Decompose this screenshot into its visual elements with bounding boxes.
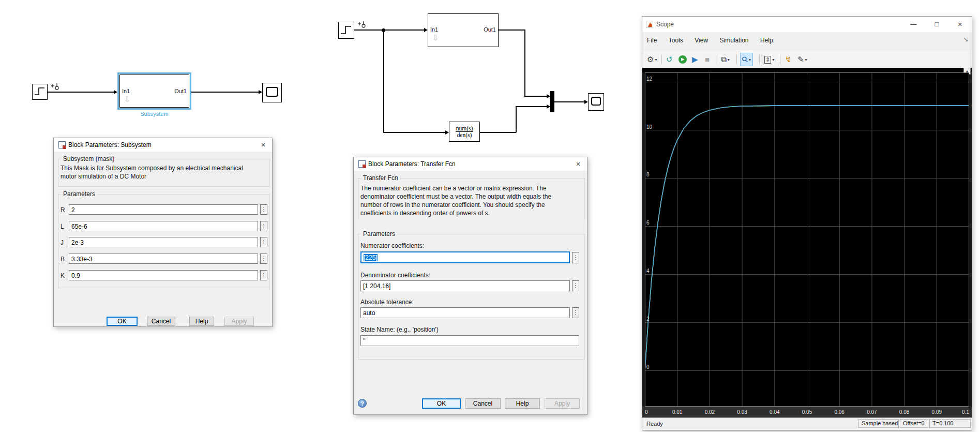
param-L-element-button[interactable]: ⋮ bbox=[260, 221, 267, 231]
wire-out1-right[interactable] bbox=[499, 29, 525, 31]
wire-branch-to-transferfcn[interactable] bbox=[383, 132, 445, 133]
maximize-icon[interactable]: □ bbox=[925, 17, 948, 32]
menu-overflow-icon[interactable]: ↘ bbox=[963, 36, 968, 43]
scope-window: Scope — □ × File Tools View Simulation H… bbox=[642, 16, 972, 430]
absolute-tolerance-input[interactable]: auto bbox=[360, 307, 570, 318]
step-forward-button[interactable]: ▶ bbox=[690, 53, 700, 66]
wire-subsystem-to-scope[interactable] bbox=[191, 92, 259, 93]
wire-branch-down[interactable] bbox=[383, 29, 384, 132]
cancel-button[interactable]: Cancel bbox=[465, 398, 501, 409]
param-input-L[interactable]: 65e-6 bbox=[69, 221, 258, 231]
param-input-R[interactable]: 2 bbox=[69, 204, 258, 215]
absolute-tolerance-element-button[interactable]: ⋮ bbox=[572, 307, 579, 318]
mask-description-line1: This Mask is for Subsystem composed by a… bbox=[61, 165, 243, 172]
numerator-label: Numerator coefficients: bbox=[360, 242, 424, 249]
scope-screen-icon bbox=[591, 97, 601, 106]
trigger-button[interactable]: ↯ bbox=[783, 53, 794, 66]
magnifier-icon: ⚲ bbox=[738, 53, 751, 66]
subsystem-mask-arrow-icon: ⇩ bbox=[124, 96, 131, 103]
help-icon[interactable]: ? bbox=[358, 399, 367, 408]
inport-label: In1 bbox=[430, 26, 438, 33]
scope-plot[interactable]: 024681012 bbox=[645, 72, 969, 407]
menu-file[interactable]: File bbox=[642, 32, 661, 44]
param-input-K[interactable]: 0.9 bbox=[69, 270, 258, 280]
tf-numerator-label: num(s) bbox=[456, 125, 473, 131]
wire-tf-right[interactable] bbox=[480, 132, 516, 133]
wire-out1-to-mux[interactable] bbox=[524, 96, 547, 97]
step-waveform-icon bbox=[339, 22, 353, 38]
state-name-input[interactable]: '' bbox=[360, 335, 579, 346]
y-tick-label: 4 bbox=[646, 268, 650, 274]
wire-mux-to-scope[interactable] bbox=[554, 101, 584, 102]
wire-tf-up[interactable] bbox=[516, 106, 517, 132]
close-icon[interactable]: × bbox=[257, 140, 270, 150]
x-tick-label: 0.08 bbox=[899, 409, 909, 415]
brush-icon: ✎ bbox=[797, 53, 804, 66]
apply-button[interactable]: Apply bbox=[545, 398, 580, 409]
settings-dropdown-button[interactable]: ⚙ ▾ bbox=[645, 53, 659, 66]
numerator-element-button[interactable]: ⋮ bbox=[572, 252, 579, 263]
close-icon[interactable]: × bbox=[948, 17, 972, 32]
scale-axes-dropdown-button[interactable]: ⇕ ▾ bbox=[762, 53, 776, 66]
transfer-fcn-section-title: Transfer Fcn bbox=[361, 174, 400, 182]
status-text: Ready bbox=[646, 421, 663, 427]
parameters-section-title: Parameters bbox=[361, 230, 397, 237]
run-icon: ▶ bbox=[679, 55, 687, 64]
scope-titlebar[interactable]: Scope — □ × bbox=[642, 17, 972, 32]
param-K-element-button[interactable]: ⋮ bbox=[260, 270, 267, 280]
denominator-input[interactable]: [1 204.16] bbox=[360, 280, 570, 291]
x-tick-label: 0.05 bbox=[802, 409, 812, 415]
minimize-icon[interactable]: — bbox=[902, 17, 925, 32]
help-button[interactable]: Help bbox=[505, 398, 540, 409]
close-icon[interactable]: × bbox=[571, 159, 585, 169]
scope-block[interactable] bbox=[262, 83, 282, 102]
mask-section: Subsystem (mask) This Mask is for Subsys… bbox=[58, 159, 270, 187]
transfer-fcn-block[interactable]: num(s) den(s) bbox=[449, 122, 480, 142]
menu-help[interactable]: Help bbox=[756, 32, 778, 44]
scope-toolbar: ⚙ ▾ ↺ ▶ ▶ ■ ⧉ ▾ ⚲ ▾ bbox=[642, 50, 972, 69]
desktop: In1 Out1 ⇩ Subsystem In1 Out1 ⇩ bbox=[0, 0, 980, 432]
y-tick-label: 0 bbox=[646, 364, 650, 370]
chevron-down-icon: ▾ bbox=[805, 57, 807, 62]
status-time: T=0.100 bbox=[929, 419, 971, 428]
param-input-J[interactable]: 2e-3 bbox=[69, 237, 258, 247]
x-tick-label: 0 bbox=[645, 409, 648, 415]
scope-block-2[interactable] bbox=[588, 93, 604, 111]
block-parameters-transferfcn-dialog: Block Parameters: Transfer Fcn × Transfe… bbox=[353, 157, 587, 415]
cancel-button[interactable]: Cancel bbox=[147, 317, 175, 326]
numerator-input[interactable]: [225] bbox=[360, 251, 570, 263]
x-tick-label: 0.1 bbox=[962, 409, 969, 415]
menu-view[interactable]: View bbox=[690, 32, 713, 44]
subsystem-name-label[interactable]: Subsystem bbox=[117, 111, 191, 117]
denominator-element-button[interactable]: ⋮ bbox=[572, 280, 579, 291]
param-J-element-button[interactable]: ⋮ bbox=[260, 237, 267, 247]
wire-out1-down[interactable] bbox=[524, 29, 525, 96]
run-button[interactable]: ▶ bbox=[676, 53, 689, 66]
help-button[interactable]: Help bbox=[189, 317, 214, 326]
step-block[interactable] bbox=[32, 84, 48, 100]
view-in-model-dropdown-button[interactable]: ⧉ ▾ bbox=[719, 53, 732, 66]
apply-button[interactable]: Apply bbox=[224, 317, 254, 326]
scope-plot-svg bbox=[645, 72, 969, 407]
measurements-dropdown-button[interactable]: ✎ ▾ bbox=[795, 53, 809, 66]
param-input-B[interactable]: 3.33e-3 bbox=[69, 254, 258, 264]
subsystem-block-2[interactable]: In1 Out1 ⇩ bbox=[428, 13, 499, 47]
param-R-element-button[interactable]: ⋮ bbox=[260, 204, 267, 215]
zoom-tool-dropdown-button[interactable]: ⚲ ▾ bbox=[740, 53, 753, 66]
dialog-titlebar[interactable]: Block Parameters: Transfer Fcn × bbox=[354, 157, 587, 171]
param-label-J: J bbox=[61, 239, 64, 246]
mux-block[interactable] bbox=[550, 91, 554, 112]
menu-tools[interactable]: Tools bbox=[664, 32, 688, 44]
step-block-2[interactable] bbox=[338, 22, 354, 39]
parameters-section: Parameters Numerator coefficients: [225]… bbox=[358, 234, 585, 360]
ok-button[interactable]: OK bbox=[107, 317, 138, 326]
step-back-button[interactable]: ↺ bbox=[664, 53, 675, 66]
wire-tf-to-mux[interactable] bbox=[516, 106, 547, 107]
stop-button[interactable]: ■ bbox=[703, 53, 712, 66]
menu-simulation[interactable]: Simulation bbox=[715, 32, 753, 44]
dialog-titlebar[interactable]: Block Parameters: Subsystem × bbox=[54, 138, 272, 152]
ok-button[interactable]: OK bbox=[422, 398, 461, 409]
param-B-element-button[interactable]: ⋮ bbox=[260, 254, 267, 264]
subsystem-block-selected[interactable]: In1 Out1 ⇩ bbox=[117, 72, 191, 110]
wire-arrow bbox=[547, 105, 550, 109]
